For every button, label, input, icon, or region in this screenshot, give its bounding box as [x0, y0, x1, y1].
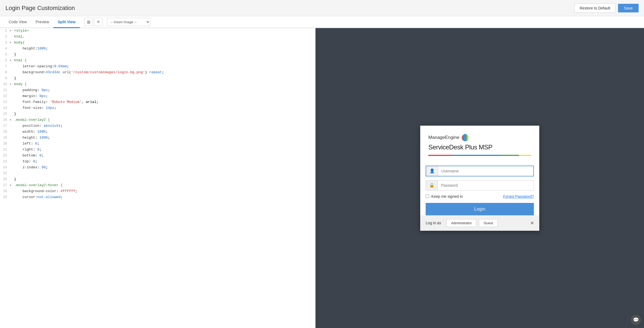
forgot-password-link[interactable]: Forgot Password?: [503, 194, 534, 199]
login-options: Keep me signed in Forgot Password?: [426, 194, 534, 199]
login-card-bottom: Log in as Administrator Guest ✖: [420, 215, 539, 231]
keep-signed-in: Keep me signed in: [426, 194, 463, 199]
keep-signed-label: Keep me signed in: [431, 194, 463, 199]
main-area: 1 ▼ <style> 2 html, 3 ▼ body{ 4 height:1…: [0, 28, 644, 328]
code-line: 29 cursor:not-allowed;: [0, 195, 315, 200]
password-input[interactable]: [438, 180, 534, 190]
tab-code-view[interactable]: Code View: [4, 16, 31, 28]
editor-toolbar: Code View Preview Split View ⊞ ≡ -- Inse…: [0, 16, 644, 28]
code-line: 28 background-color: #ffffff;: [0, 189, 315, 195]
keep-signed-checkbox[interactable]: [426, 195, 429, 198]
code-line: 26 }: [0, 177, 315, 183]
login-form: 👤 🔒 Keep me signed in Forgot Password?: [420, 161, 539, 215]
code-line: 23 top: 0;: [0, 159, 315, 165]
save-button[interactable]: Save: [618, 4, 639, 12]
code-line: 24 z-index: 99;: [0, 165, 315, 171]
chat-icon[interactable]: 💬: [631, 315, 641, 325]
color-bar-yellow: [519, 155, 531, 156]
login-card-top: ManageEngine ServiceDesk Plus MSP: [420, 126, 539, 161]
color-bar-red: [428, 155, 452, 156]
password-input-group: 🔒: [426, 180, 534, 190]
code-line: 11 padding: 0px;: [0, 88, 315, 93]
log-in-as-label: Log in as: [426, 221, 441, 225]
login-card: ManageEngine ServiceDesk Plus MSP: [420, 126, 539, 231]
color-bar-blue: [452, 155, 501, 156]
guest-button[interactable]: Guest: [479, 219, 498, 227]
tab-split-view[interactable]: Split View: [53, 16, 80, 28]
brand-name: ManageEngine: [428, 135, 459, 140]
code-line: 5 }: [0, 52, 315, 58]
code-line: 9 }: [0, 76, 315, 82]
restore-default-button[interactable]: Restore to Default: [574, 4, 615, 13]
page-header: Login Page Customization Restore to Defa…: [0, 0, 644, 16]
code-line: 6 ▼ html {: [0, 58, 315, 64]
administrator-button[interactable]: Administrator: [446, 219, 477, 227]
tab-preview[interactable]: Preview: [31, 16, 53, 28]
code-editor[interactable]: 1 ▼ <style> 2 html, 3 ▼ body{ 4 height:1…: [0, 28, 316, 328]
close-icon[interactable]: ✖: [530, 220, 534, 226]
product-name: ServiceDesk Plus MSP: [428, 143, 531, 151]
code-line: 14 font-size: 14px;: [0, 105, 315, 111]
view-icons: ⊞ ≡: [84, 18, 103, 26]
username-input-group: 👤: [426, 166, 534, 176]
color-bar-green: [501, 155, 519, 156]
code-line: 16 ▼ .modal-overlay2 {: [0, 117, 315, 123]
code-line: 12 margin: 0px;: [0, 93, 315, 99]
code-line: 15 }: [0, 111, 315, 117]
login-button[interactable]: Login: [426, 203, 534, 215]
code-line: 17 position: absolute;: [0, 123, 315, 129]
code-line: 22 bottom: 0;: [0, 153, 315, 159]
code-line: 13 font-family: 'Roboto Medium', arial;: [0, 99, 315, 105]
preview-area: ManageEngine ServiceDesk Plus MSP: [316, 28, 644, 328]
code-line: 25: [0, 171, 315, 177]
grid-view-icon[interactable]: ⊞: [84, 18, 93, 26]
list-view-icon[interactable]: ≡: [94, 18, 103, 26]
username-input[interactable]: [438, 166, 533, 176]
code-line: 7 letter-spacing:0.04em;: [0, 64, 315, 70]
code-line: 19 height: 100%;: [0, 135, 315, 141]
color-bar: [428, 155, 531, 156]
page-title: Login Page Customization: [5, 5, 75, 12]
code-line: 3 ▼ body{: [0, 40, 315, 46]
code-line: 8 background:#3c434c url('/custom/custom…: [0, 70, 315, 76]
code-line: 20 left: 0;: [0, 141, 315, 147]
brand-logo: ManageEngine: [428, 133, 531, 142]
manage-engine-logo-icon: [461, 133, 469, 142]
insert-image-select[interactable]: -- Insert Image --: [107, 18, 150, 26]
code-line: 10 ▼ body {: [0, 82, 315, 88]
code-line: 27 ▼ .modal-overlay2:hover {: [0, 183, 315, 189]
log-in-as: Log in as Administrator Guest: [426, 219, 498, 227]
lock-icon: 🔒: [426, 180, 438, 190]
code-line: 18 width: 100%;: [0, 129, 315, 135]
code-line: 4 height:100%;: [0, 46, 315, 52]
code-line: 21 right: 0;: [0, 147, 315, 153]
header-actions: Restore to Default Save: [574, 4, 639, 13]
code-line: 2 html,: [0, 34, 315, 40]
code-line: 1 ▼ <style>: [0, 28, 315, 34]
user-icon: 👤: [426, 166, 438, 176]
